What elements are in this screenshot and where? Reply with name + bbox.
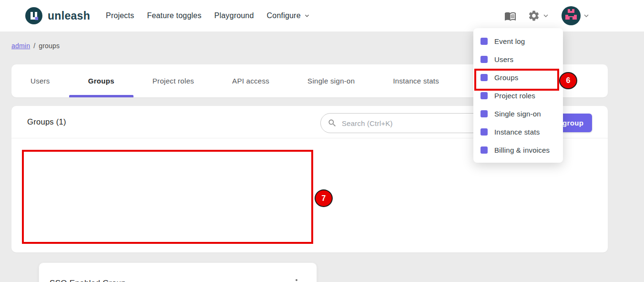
tab-users[interactable]: Users: [11, 64, 69, 97]
tab-groups[interactable]: Groups: [69, 64, 133, 97]
profile-menu-button[interactable]: [562, 6, 591, 25]
section-title: Groups (1): [27, 117, 66, 126]
avatar: [562, 6, 581, 25]
chevron-down-icon: [542, 11, 550, 20]
unleash-logo[interactable]: unleash: [25, 7, 90, 24]
nav-links: Projects Feature toggles Playground: [106, 11, 311, 20]
nav-link-configure[interactable]: Configure: [267, 11, 311, 20]
gear-icon: [528, 10, 540, 22]
settings-menu-button[interactable]: [528, 10, 550, 22]
kebab-menu-icon[interactable]: [295, 277, 298, 282]
nav-link-projects[interactable]: Projects: [106, 11, 134, 20]
nav-link-playground[interactable]: Playground: [215, 11, 254, 20]
annotation-badge-7: 7: [315, 189, 333, 207]
menu-item-event-log[interactable]: Event log: [473, 32, 563, 50]
nav-right: [504, 6, 591, 25]
menu-item-square-icon: [480, 146, 488, 154]
group-card-title: SSO Enabled Group: [50, 279, 126, 282]
chevron-down-icon: [582, 11, 591, 20]
settings-dropdown-menu: Event log Users Groups Project roles Sin…: [473, 28, 563, 163]
tab-api-access[interactable]: API access: [213, 64, 288, 97]
menu-item-square-icon: [480, 56, 488, 63]
menu-item-users[interactable]: Users: [473, 50, 563, 68]
top-nav: unleash Projects Feature toggles: [0, 0, 644, 31]
menu-item-square-icon: [480, 128, 488, 136]
tab-single-sign-on[interactable]: Single sign-on: [288, 64, 374, 97]
breadcrumb: admin/groups: [11, 42, 60, 50]
breadcrumb-separator: /: [33, 42, 35, 50]
tab-project-roles[interactable]: Project roles: [133, 64, 213, 97]
docs-book-icon[interactable]: [504, 10, 516, 22]
menu-item-billing-invoices[interactable]: Billing & invoices: [473, 141, 563, 159]
menu-item-square-icon: [480, 38, 488, 45]
breadcrumb-link-admin[interactable]: admin: [11, 42, 30, 50]
brand-wordmark: unleash: [48, 10, 90, 22]
group-card-header: SSO Enabled Group: [39, 263, 317, 282]
annotation-badge-6: 6: [559, 72, 577, 89]
menu-item-square-icon: [480, 92, 488, 99]
page: unleash Projects Feature toggles: [0, 0, 644, 282]
group-card[interactable]: SSO Enabled Group This group has no user…: [39, 262, 317, 282]
menu-item-single-sign-on[interactable]: Single sign-on: [473, 104, 563, 123]
breadcrumb-current: groups: [39, 42, 60, 50]
menu-item-instance-stats[interactable]: Instance stats: [473, 123, 563, 141]
annotation-box-group-card: [22, 150, 313, 244]
nav-link-feature-toggles[interactable]: Feature toggles: [147, 11, 201, 20]
unleash-logo-icon: [25, 7, 42, 24]
chevron-down-icon: [303, 12, 311, 20]
search-icon: [327, 118, 337, 128]
annotation-box-groups-menu-item: [474, 69, 559, 91]
tab-instance-stats[interactable]: Instance stats: [374, 64, 458, 97]
menu-item-square-icon: [480, 110, 488, 117]
